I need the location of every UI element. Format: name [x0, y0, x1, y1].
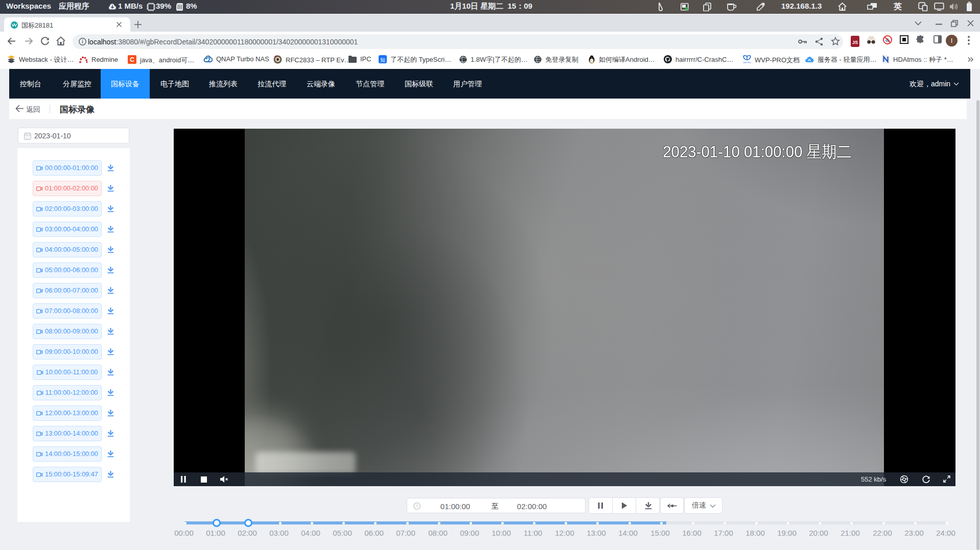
svg-text:C: C [130, 56, 134, 63]
svg-text:WVP-PRO: WVP-PRO [743, 62, 751, 64]
svg-text:知: 知 [380, 57, 385, 63]
svg-text:JS: JS [852, 40, 858, 45]
